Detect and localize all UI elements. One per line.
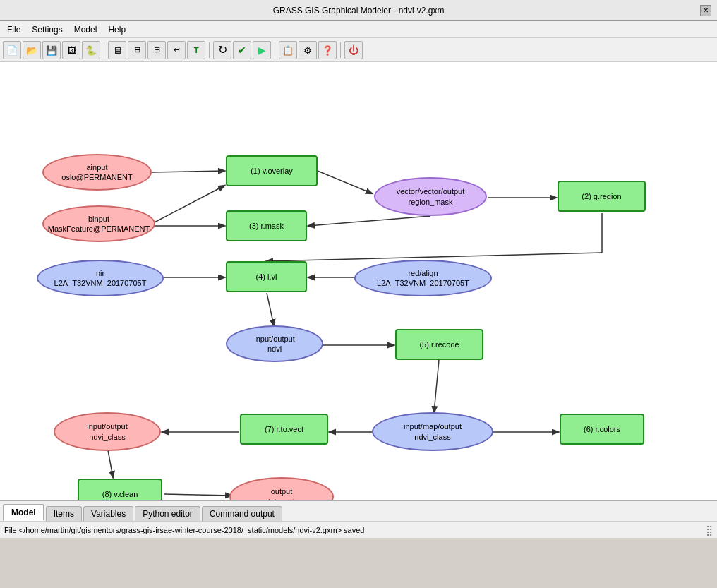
help-icon [322, 44, 333, 56]
menu-bar: File Settings Model Help [0, 21, 717, 38]
node-g-region[interactable]: (2) g.region [558, 181, 646, 212]
properties-btn[interactable] [279, 41, 297, 59]
node-ndvi-vector-label: outputndvi_vector [262, 486, 301, 500]
settings-btn[interactable] [299, 41, 317, 59]
menu-model[interactable]: Model [70, 23, 102, 36]
node-ndvi-class-map[interactable]: input/map/outputndvi_class [372, 412, 493, 451]
node-ndvi-vector[interactable]: outputndvi_vector [229, 477, 334, 500]
node-i-vi[interactable]: (4) i.vi [226, 261, 307, 292]
menu-settings[interactable]: Settings [28, 23, 66, 36]
save-btn[interactable] [42, 41, 61, 59]
doc-icon [282, 44, 294, 56]
tab-variables[interactable]: Variables [83, 506, 133, 521]
validate-btn[interactable] [233, 41, 251, 59]
node-ndvi-class-vec[interactable]: input/outputndvi_class [54, 412, 161, 451]
resize-grip: ⣿ [706, 524, 713, 536]
python-btn[interactable] [82, 41, 100, 59]
power-icon [349, 44, 358, 56]
node-r-mask[interactable]: (3) r.mask [226, 210, 307, 241]
node-r-recode-label: (5) r.recode [419, 340, 459, 349]
add-label-btn[interactable]: T [187, 41, 205, 59]
node-binput-label: binputMaskFeature@PERMANENT [48, 214, 150, 234]
node-v-overlay[interactable]: (1) v.overlay [226, 155, 318, 186]
node-region-mask-label: vector/vector/outputregion_mask [397, 186, 465, 207]
node-ndvi[interactable]: input/outputndvi [226, 325, 323, 362]
sep3 [275, 42, 275, 58]
svg-line-17 [164, 494, 231, 496]
status-text: File </home/martin/git/gismentors/grass-… [4, 526, 364, 534]
toolbar: ⊟ ⊞ ↩ T [0, 38, 717, 62]
title-bar: GRASS GIS Graphical Modeler - ndvi-v2.gx… [0, 0, 717, 21]
node-r-mask-label: (3) r.mask [249, 221, 284, 231]
add-relation-btn[interactable]: ⊞ [147, 41, 166, 59]
tab-model[interactable]: Model [3, 504, 44, 521]
new-icon [6, 44, 18, 56]
window-title: GRASS GIS Graphical Modeler - ndvi-v2.gx… [17, 6, 700, 16]
model-canvas[interactable]: ainputoslo@PERMANENT binputMaskFeature@P… [0, 62, 717, 500]
tab-items[interactable]: Items [46, 506, 82, 521]
node-ainput[interactable]: ainputoslo@PERMANENT [42, 154, 152, 191]
check-icon [238, 44, 246, 56]
node-nir-label: nirL2A_T32VNM_20170705T [54, 268, 147, 289]
node-r-to-vect[interactable]: (7) r.to.vect [240, 414, 328, 445]
open-btn[interactable] [23, 41, 41, 59]
sep4 [340, 42, 341, 58]
open-icon [26, 44, 37, 56]
refresh-icon [218, 43, 227, 56]
tab-command-output[interactable]: Command output [202, 506, 282, 521]
python-icon [85, 44, 97, 56]
redraw-btn[interactable] [213, 41, 231, 59]
node-ndvi-label: input/outputndvi [254, 334, 295, 354]
svg-line-5 [308, 216, 430, 226]
node-i-vi-label: (4) i.vi [256, 272, 277, 282]
node-binput[interactable]: binputMaskFeature@PERMANENT [42, 205, 155, 242]
save-icon [46, 44, 57, 56]
tab-python-editor[interactable]: Python editor [135, 506, 200, 521]
node-r-recode[interactable]: (5) r.recode [395, 329, 483, 360]
node-nir[interactable]: nirL2A_T32VNM_20170705T [37, 260, 164, 296]
export-image-btn[interactable] [62, 41, 80, 59]
svg-line-3 [318, 171, 372, 193]
export-image-icon [67, 44, 76, 56]
svg-line-16 [108, 450, 113, 477]
close-button[interactable]: ✕ [700, 5, 711, 16]
node-v-clean[interactable]: (8) v.clean [78, 479, 162, 500]
svg-line-10 [267, 293, 274, 325]
node-ndvi-class-map-label: input/map/outputndvi_class [404, 421, 462, 442]
add-loop-btn[interactable]: ↩ [167, 41, 186, 59]
node-region-mask[interactable]: vector/vector/outputregion_mask [374, 177, 487, 216]
gear-icon [303, 44, 312, 56]
node-red-align[interactable]: red/alignL2A_T32VNM_20170705T [354, 260, 492, 296]
node-r-colors-label: (6) r.colors [584, 424, 620, 434]
svg-line-0 [152, 171, 224, 172]
add-data-btn[interactable]: ⊟ [128, 41, 146, 59]
help-btn[interactable] [318, 41, 337, 59]
node-r-colors[interactable]: (6) r.colors [560, 414, 644, 445]
node-r-to-vect-label: (7) r.to.vect [265, 424, 303, 434]
svg-line-1 [152, 186, 224, 224]
svg-line-12 [434, 360, 439, 412]
node-v-overlay-label: (1) v.overlay [251, 166, 293, 176]
new-btn[interactable] [3, 41, 21, 59]
quit-btn[interactable] [344, 41, 363, 59]
run-btn[interactable] [253, 41, 271, 59]
add-action-icon [113, 44, 122, 56]
sep1 [104, 42, 104, 58]
run-icon [258, 44, 266, 56]
node-ainput-label: ainputoslo@PERMANENT [61, 162, 132, 183]
node-ndvi-class-vec-label: input/outputndvi_class [87, 421, 128, 442]
sep2 [209, 42, 210, 58]
node-g-region-label: (2) g.region [582, 191, 621, 201]
node-red-align-label: red/alignL2A_T32VNM_20170705T [377, 268, 469, 289]
bottom-tabs: Model Items Variables Python editor Comm… [0, 500, 717, 521]
menu-file[interactable]: File [3, 23, 25, 36]
add-action-btn[interactable] [108, 41, 126, 59]
menu-help[interactable]: Help [104, 23, 130, 36]
node-v-clean-label: (8) v.clean [102, 489, 138, 499]
status-bar: File </home/martin/git/gismentors/grass-… [0, 521, 717, 538]
